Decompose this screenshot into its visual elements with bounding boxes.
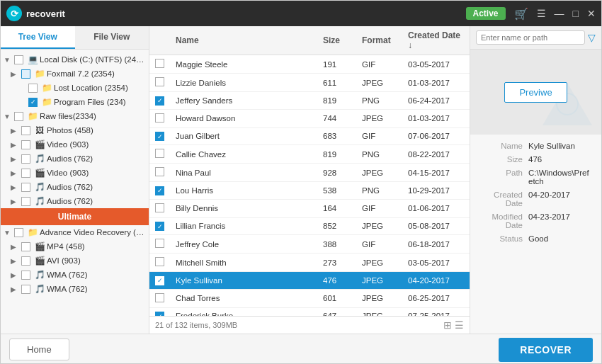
tree-item[interactable]: ▶ 🎵 WMA (762) bbox=[1, 268, 149, 282]
row-checkbox[interactable]: ✓ bbox=[155, 222, 164, 231]
tree-item[interactable]: ▶ 🎬 Video (903) bbox=[1, 137, 149, 152]
tree-item[interactable]: ▶ 🎬 Video (903) bbox=[1, 166, 149, 180]
tree-label: Program Files (234) bbox=[54, 98, 146, 106]
close-button[interactable]: ✕ bbox=[587, 8, 596, 19]
tree-checkbox[interactable] bbox=[14, 228, 23, 237]
tree-checkbox[interactable] bbox=[28, 84, 38, 93]
table-row[interactable]: Jeffrey Cole 388 GIF 06-18-2017 bbox=[149, 235, 470, 254]
col-format[interactable]: Format bbox=[356, 26, 402, 55]
tree-item[interactable]: ▶ 🎬 AVI (903) bbox=[1, 254, 149, 268]
row-checkbox[interactable]: ✓ bbox=[155, 276, 164, 285]
tree-checkbox[interactable]: ✓ bbox=[28, 98, 38, 107]
tree-checkbox[interactable] bbox=[21, 256, 30, 266]
col-created[interactable]: Created Date ↓ bbox=[402, 26, 470, 55]
table-row[interactable]: ✓ Lillian Francis 852 JPEG 05-08-2017 bbox=[149, 217, 470, 235]
tree-checkbox[interactable] bbox=[21, 154, 30, 164]
tree-item[interactable]: ▼ 📁 Advance Video Recovery (180) bbox=[1, 225, 149, 239]
row-checkbox[interactable]: ✓ bbox=[155, 96, 164, 106]
table-row[interactable]: Chad Torres 601 JPEG 06-25-2017 bbox=[149, 289, 470, 307]
tree-checkbox[interactable] bbox=[21, 285, 30, 294]
tree-item[interactable]: ▶ 🎬 MP4 (458) bbox=[1, 239, 149, 254]
cart-icon[interactable]: 🛒 bbox=[514, 7, 528, 21]
row-checkbox[interactable] bbox=[155, 257, 164, 266]
row-checkbox[interactable] bbox=[155, 167, 164, 176]
menu-icon[interactable]: ☰ bbox=[537, 8, 546, 19]
row-checkbox-cell[interactable]: ✓ bbox=[149, 127, 170, 145]
row-checkbox[interactable] bbox=[155, 203, 164, 212]
tree-item[interactable]: ✓ 📁 Program Files (234) bbox=[1, 95, 149, 109]
table-row[interactable]: Mitchell Smith 273 JPEG 03-05-2017 bbox=[149, 254, 470, 272]
row-checkbox-cell[interactable]: ✓ bbox=[149, 182, 170, 200]
maximize-button[interactable]: □ bbox=[573, 8, 579, 19]
row-checkbox[interactable] bbox=[155, 239, 164, 248]
row-checkbox-cell[interactable] bbox=[149, 55, 170, 74]
row-checkbox-cell[interactable] bbox=[149, 289, 170, 307]
tree-checkbox[interactable] bbox=[21, 169, 30, 178]
tree-checkbox[interactable] bbox=[21, 183, 30, 192]
row-checkbox-cell[interactable] bbox=[149, 145, 170, 164]
tree-item[interactable]: ▶ 📁 Foxmail 7.2 (2354) bbox=[1, 67, 149, 81]
table-row[interactable]: Nina Paul 928 JPEG 04-15-2017 bbox=[149, 164, 470, 182]
table-row[interactable]: Callie Chavez 819 PNG 08-22-2017 bbox=[149, 145, 470, 164]
tree-arrow: ▶ bbox=[11, 271, 19, 279]
table-row[interactable]: Howard Dawson 744 JPEG 01-03-2017 bbox=[149, 109, 470, 127]
tree-checkbox[interactable] bbox=[21, 197, 30, 206]
recover-button[interactable]: RECOVER bbox=[499, 338, 593, 362]
tree-checkbox[interactable] bbox=[21, 126, 30, 135]
table-row[interactable]: ✓ Juan Gilbert 683 GIF 07-06-2017 bbox=[149, 127, 470, 145]
tree-checkbox[interactable] bbox=[21, 69, 30, 79]
row-checkbox-cell[interactable] bbox=[149, 164, 170, 182]
row-checkbox-cell[interactable] bbox=[149, 199, 170, 217]
col-name[interactable]: Name bbox=[170, 26, 317, 55]
table-row[interactable]: ✓ Lou Harris 538 PNG 10-29-2017 bbox=[149, 182, 470, 200]
col-size[interactable]: Size bbox=[317, 26, 356, 55]
row-checkbox-cell[interactable] bbox=[149, 254, 170, 272]
row-checkbox-cell[interactable]: ✓ bbox=[149, 92, 170, 110]
tree-checkbox[interactable] bbox=[21, 140, 30, 149]
preview-area: Previwe bbox=[470, 50, 601, 135]
row-name: Maggie Steele bbox=[170, 55, 317, 74]
tree-item[interactable]: ▼ 💻 Local Disk (C:) (NTFS) (24567) bbox=[1, 52, 149, 67]
row-checkbox[interactable] bbox=[155, 113, 164, 123]
tree-item[interactable]: ▶ 🎵 Audios (762) bbox=[1, 194, 149, 208]
row-checkbox[interactable]: ✓ bbox=[155, 186, 164, 195]
row-checkbox[interactable]: ✓ bbox=[155, 132, 164, 141]
preview-button[interactable]: Previwe bbox=[504, 82, 567, 103]
tree-checkbox[interactable] bbox=[14, 112, 23, 121]
tree-item[interactable]: ▶ 🎵 WMA (762) bbox=[1, 282, 149, 296]
list-view-icon[interactable]: ☰ bbox=[455, 319, 464, 331]
row-checkbox[interactable] bbox=[155, 149, 164, 158]
row-checkbox-cell[interactable]: ✓ bbox=[149, 217, 170, 235]
row-checkbox-cell[interactable] bbox=[149, 109, 170, 127]
table-row[interactable]: Maggie Steele 191 GIF 03-05-2017 bbox=[149, 55, 470, 74]
tree-checkbox[interactable] bbox=[21, 271, 30, 280]
table-row[interactable]: ✓ Jeffery Sanders 819 PNG 06-24-2017 bbox=[149, 92, 470, 110]
home-button[interactable]: Home bbox=[9, 339, 69, 360]
minimize-button[interactable]: — bbox=[555, 8, 564, 19]
row-checkbox[interactable] bbox=[155, 59, 164, 68]
table-row[interactable]: ✓ Kyle Sullivan 476 JPEG 04-20-2017 bbox=[149, 272, 470, 290]
tree-item[interactable]: ▶ 🎵 Audios (762) bbox=[1, 152, 149, 166]
table-row[interactable]: ✓ Frederick Burke 647 JPEG 07-25-2017 bbox=[149, 307, 470, 316]
tree-item[interactable]: ▼ 📁 Raw files(2334) bbox=[1, 109, 149, 123]
row-checkbox-cell[interactable]: ✓ bbox=[149, 272, 170, 290]
tree-checkbox[interactable] bbox=[14, 55, 23, 64]
tab-file-view[interactable]: File View bbox=[75, 26, 149, 49]
filter-icon[interactable]: ▽ bbox=[588, 32, 596, 43]
file-table: Name Size Format Created Date ↓ Maggie S… bbox=[149, 26, 470, 316]
search-input[interactable] bbox=[476, 30, 585, 45]
tree-item[interactable]: 📁 Lost Location (2354) bbox=[1, 81, 149, 95]
row-checkbox-cell[interactable] bbox=[149, 74, 170, 92]
row-checkbox-cell[interactable]: ✓ bbox=[149, 307, 170, 316]
tree-checkbox[interactable] bbox=[21, 242, 30, 251]
row-checkbox[interactable] bbox=[155, 77, 164, 86]
tree-item[interactable]: ▶ 🖼 Photos (458) bbox=[1, 123, 149, 137]
row-checkbox-cell[interactable] bbox=[149, 235, 170, 254]
table-row[interactable]: Billy Dennis 164 GIF 01-06-2017 bbox=[149, 199, 470, 217]
row-format: PNG bbox=[356, 182, 402, 200]
tree-item[interactable]: ▶ 🎵 Audios (762) bbox=[1, 180, 149, 194]
table-row[interactable]: Lizzie Daniels 611 JPEG 01-03-2017 bbox=[149, 74, 470, 92]
tab-tree-view[interactable]: Tree View bbox=[1, 26, 75, 49]
grid-view-icon[interactable]: ⊞ bbox=[443, 319, 452, 331]
row-checkbox[interactable] bbox=[155, 293, 164, 302]
